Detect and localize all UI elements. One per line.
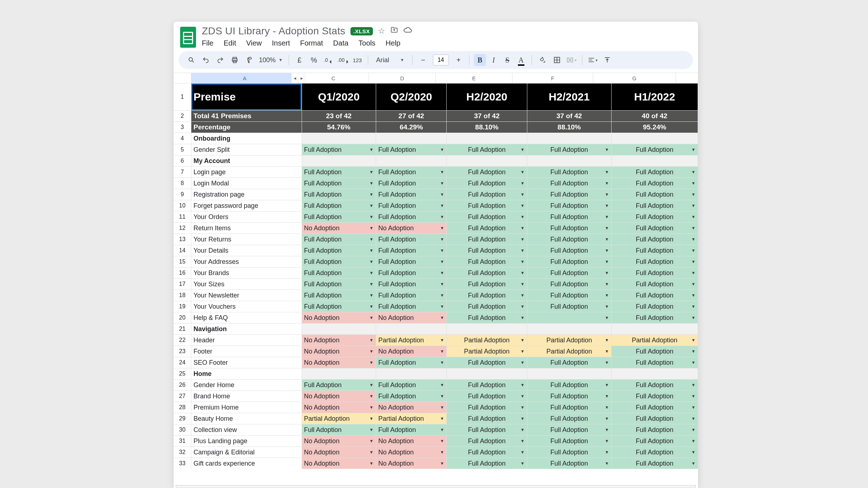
increase-font-icon[interactable]: + [452,54,465,66]
cell[interactable]: Full Adoption▼ [447,402,527,413]
dropdown-icon[interactable]: ▼ [691,416,695,421]
vertical-align-button[interactable] [601,54,613,66]
dropdown-icon[interactable]: ▼ [440,282,444,287]
menu-format[interactable]: Format [300,39,323,47]
cell[interactable] [527,324,612,334]
cell[interactable]: Full Adoption▼ [376,144,447,155]
column-header-D[interactable]: D [369,73,436,83]
dropdown-icon[interactable]: ▼ [691,293,695,298]
dropdown-icon[interactable]: ▼ [691,192,695,197]
strikethrough-button[interactable]: S [501,54,514,66]
dropdown-icon[interactable]: ▼ [369,214,374,219]
text-color-button[interactable]: A [515,54,527,66]
column-header-A[interactable]: A◂ [191,73,298,83]
row-header[interactable]: 16 [174,267,191,278]
cell[interactable] [376,133,447,144]
cell[interactable] [527,368,612,379]
dropdown-icon[interactable]: ▼ [440,248,444,253]
dropdown-icon[interactable]: ▼ [605,192,609,197]
dropdown-icon[interactable]: ▼ [369,259,374,264]
cell[interactable]: Login Modal [191,178,302,189]
dropdown-icon[interactable]: ▼ [440,360,444,365]
dropdown-icon[interactable]: ▼ [691,237,695,242]
cell[interactable]: No Adoption▼ [302,346,376,357]
zoom-select[interactable]: 100%▼ [258,56,284,64]
dropdown-icon[interactable]: ▼ [440,315,444,320]
dropdown-icon[interactable]: ▼ [369,315,374,320]
dropdown-icon[interactable]: ▼ [369,349,374,354]
dropdown-icon[interactable]: ▼ [605,293,609,298]
cell[interactable]: Full Adoption▼ [612,447,698,458]
row-header[interactable]: 26 [174,380,191,390]
dropdown-icon[interactable]: ▼ [520,282,525,287]
cell[interactable]: Full Adoption▼ [527,380,612,390]
cell[interactable]: 88.10% [447,122,527,133]
cell[interactable]: Full Adoption▼ [612,234,698,245]
increase-decimal-icon[interactable]: .00 [337,54,349,66]
cell[interactable]: Full Adoption▼ [302,279,376,290]
cell[interactable] [302,155,376,166]
row-header[interactable]: 11 [174,211,191,222]
font-select[interactable]: Arial▼ [373,56,408,64]
cell[interactable]: Full Adoption▼ [527,189,612,200]
dropdown-icon[interactable]: ▼ [605,270,609,275]
redo-icon[interactable] [214,54,226,66]
dropdown-icon[interactable]: ▼ [520,203,525,208]
cell[interactable]: Your Brands [191,267,302,278]
row-header[interactable]: 1 [174,84,191,110]
cell[interactable]: Your Orders [191,211,302,222]
row-header[interactable]: 15 [174,256,191,267]
row-header[interactable]: 3 [174,122,191,133]
cell[interactable]: Full Adoption▼ [527,167,612,177]
column-header-F[interactable]: F [512,73,593,83]
dropdown-icon[interactable]: ▼ [520,461,525,466]
row-header[interactable]: 25 [174,368,191,379]
dropdown-icon[interactable]: ▼ [691,270,695,275]
dropdown-icon[interactable]: ▼ [691,214,695,219]
cell[interactable] [527,133,612,144]
dropdown-icon[interactable]: ▼ [605,203,609,208]
cell[interactable]: Partial Adoption▼ [527,346,612,357]
cell[interactable]: No Adoption▼ [376,312,447,323]
row-header[interactable]: 23 [174,346,191,357]
dropdown-icon[interactable]: ▼ [520,270,525,275]
row-header[interactable]: 32 [174,447,191,458]
cell[interactable]: Full Adoption▼ [612,458,698,469]
cell[interactable]: 23 of 42 [302,111,376,121]
cell[interactable]: Partial Adoption▼ [527,335,612,346]
row-header[interactable]: 14 [174,245,191,256]
cell[interactable]: Brand Home [191,391,302,402]
cell[interactable]: 37 of 42 [447,111,527,121]
row-header[interactable]: 29 [174,413,191,424]
dropdown-icon[interactable]: ▼ [691,450,695,455]
spreadsheet-grid[interactable]: A◂ ▸C D E F G 1PremiseQ1/2020Q2/2020H2/2… [174,73,698,469]
cell[interactable]: Full Adoption▼ [612,402,698,413]
dropdown-icon[interactable]: ▼ [520,405,525,410]
cell[interactable]: Full Adoption▼ [447,189,527,200]
merge-cells-button[interactable]: ▾ [565,54,578,66]
dropdown-icon[interactable]: ▼ [691,338,695,343]
dropdown-icon[interactable]: ▼ [369,405,374,410]
sheets-logo-icon[interactable] [180,27,196,48]
italic-button[interactable]: I [488,54,500,66]
cell[interactable]: 95.24% [612,122,698,133]
cell[interactable]: Partial Adoption▼ [376,413,447,424]
dropdown-icon[interactable]: ▼ [691,461,695,466]
cell[interactable]: Full Adoption▼ [612,256,698,267]
cell[interactable]: Full Adoption▼ [527,447,612,458]
cell[interactable]: ▼ [527,312,612,323]
cell[interactable]: 40 of 42 [612,111,698,121]
cell[interactable]: Full Adoption▼ [376,178,447,189]
cell[interactable]: My Account [191,155,302,166]
cell[interactable]: Full Adoption▼ [447,211,527,222]
cell[interactable]: Full Adoption▼ [376,211,447,222]
cell[interactable]: Full Adoption▼ [527,245,612,256]
align-button[interactable]: ▾ [587,54,599,66]
percent-icon[interactable]: % [308,54,320,66]
cell[interactable] [302,368,376,379]
cell-A1[interactable]: Premise [191,84,302,110]
row-header[interactable]: 20 [174,312,191,323]
dropdown-icon[interactable]: ▼ [369,438,374,444]
cell[interactable]: No Adoption▼ [302,436,376,446]
cell[interactable]: Full Adoption▼ [527,223,612,234]
